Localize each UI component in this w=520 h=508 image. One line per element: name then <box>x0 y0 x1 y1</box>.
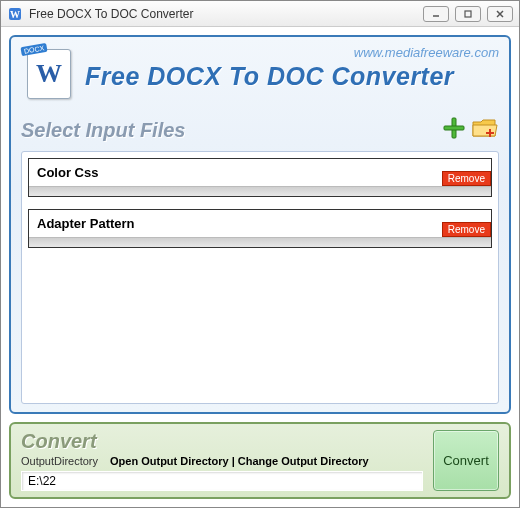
content-area: W DOCX www.mediafreeware.com Free DOCX T… <box>1 27 519 507</box>
output-directory-label: OutputDirectory <box>21 455 98 467</box>
remove-button[interactable]: Remove <box>442 222 491 237</box>
file-item: Adapter Pattern Remove <box>28 209 492 248</box>
svg-rect-7 <box>444 126 464 130</box>
add-file-icon[interactable] <box>441 115 467 145</box>
input-section-title: Select Input Files <box>21 119 185 142</box>
window-controls <box>423 6 513 22</box>
file-list: Color Css Remove Adapter Pattern Remove <box>21 151 499 404</box>
add-folder-icon[interactable] <box>471 116 499 144</box>
file-toolbar <box>441 115 499 145</box>
app-titlebar-icon: W <box>7 6 23 22</box>
maximize-button[interactable] <box>455 6 481 22</box>
change-output-link[interactable]: Change Output Directory <box>238 455 369 467</box>
progress-bar <box>29 237 491 247</box>
open-output-link[interactable]: Open Output Directory <box>110 455 229 467</box>
svg-rect-9 <box>486 132 494 134</box>
remove-button[interactable]: Remove <box>442 171 491 186</box>
window-title: Free DOCX To DOC Converter <box>29 7 423 21</box>
file-name: Color Css <box>29 159 491 186</box>
app-window: W Free DOCX To DOC Converter W DOCX <box>0 0 520 508</box>
app-title: Free DOCX To DOC Converter <box>85 62 499 91</box>
directory-links: Open Output Directory | Change Output Di… <box>110 455 369 467</box>
close-button[interactable] <box>487 6 513 22</box>
convert-panel: Convert OutputDirectory Open Output Dire… <box>9 422 511 499</box>
app-logo-icon: W DOCX <box>21 45 75 99</box>
file-name: Adapter Pattern <box>29 210 491 237</box>
vendor-url: www.mediafreeware.com <box>85 45 499 60</box>
svg-text:W: W <box>10 9 20 20</box>
svg-rect-3 <box>465 11 471 17</box>
progress-bar <box>29 186 491 196</box>
link-separator: | <box>229 455 238 467</box>
header-row: W DOCX www.mediafreeware.com Free DOCX T… <box>21 45 499 99</box>
file-item: Color Css Remove <box>28 158 492 197</box>
convert-settings: Convert OutputDirectory Open Output Dire… <box>21 430 423 491</box>
output-directory-row: OutputDirectory Open Output Directory | … <box>21 455 423 467</box>
titlebar: W Free DOCX To DOC Converter <box>1 1 519 27</box>
input-section-header: Select Input Files <box>21 115 499 145</box>
main-panel: W DOCX www.mediafreeware.com Free DOCX T… <box>9 35 511 414</box>
header-text: www.mediafreeware.com Free DOCX To DOC C… <box>85 45 499 91</box>
logo-letter: W <box>36 59 62 89</box>
convert-button[interactable]: Convert <box>433 430 499 491</box>
output-directory-input[interactable] <box>21 471 423 491</box>
convert-title: Convert <box>21 430 423 453</box>
minimize-button[interactable] <box>423 6 449 22</box>
